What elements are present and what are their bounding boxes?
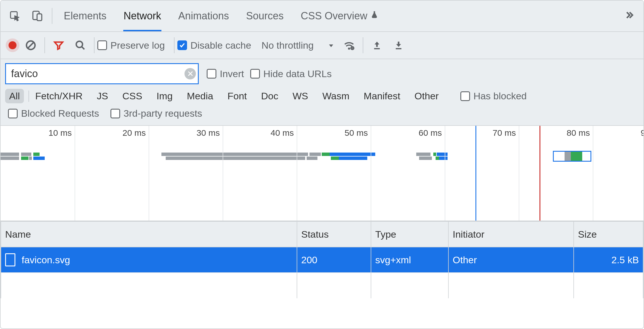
extra-filters: Blocked Requests 3rd-party requests [1, 106, 643, 126]
requests-table: Name Status Type Initiator Size favicon.… [1, 221, 643, 298]
column-header-size[interactable]: Size [574, 221, 643, 247]
third-party-requests-checkbox[interactable]: 3rd-party requests [110, 108, 202, 119]
import-har-icon[interactable] [370, 38, 384, 53]
throttling-label: No throttling [261, 40, 313, 51]
timeline-tick-label: 70 ms [493, 128, 519, 138]
timeline-gridline [371, 126, 371, 221]
cell-size: 2.5 kB [574, 247, 643, 273]
invert-checkbox[interactable]: Invert [207, 68, 244, 79]
timeline-gridline [519, 126, 519, 221]
column-header-name[interactable]: Name [1, 221, 297, 247]
checkbox-icon [207, 69, 216, 79]
checkbox-label: Has blocked [473, 91, 527, 102]
checkbox-label: Disable cache [190, 40, 251, 51]
tab-label: Animations [178, 10, 229, 22]
svg-rect-10 [396, 48, 401, 49]
column-header-type[interactable]: Type [371, 221, 448, 247]
tab-css-overview[interactable]: CSS Overview [292, 1, 387, 31]
checkbox-label: Blocked Requests [21, 108, 99, 119]
timeline-tick-label: 90 ms [641, 128, 643, 138]
preserve-log-checkbox[interactable]: Preserve log [97, 40, 165, 51]
checkbox-icon [8, 109, 18, 118]
filter-chip-all[interactable]: All [5, 89, 24, 103]
tab-label: Elements [64, 10, 106, 22]
record-button[interactable] [9, 41, 17, 49]
svg-line-4 [28, 42, 34, 48]
filter-chip-css[interactable]: CSS [118, 89, 146, 103]
filter-chip-img[interactable]: Img [153, 89, 177, 103]
tab-animations[interactable]: Animations [170, 1, 237, 31]
more-tabs-icon[interactable] [618, 9, 641, 23]
filter-chip-doc[interactable]: Doc [257, 89, 282, 103]
filter-chip-fetch-xhr[interactable]: Fetch/XHR [31, 89, 87, 103]
inspect-element-icon[interactable] [7, 9, 22, 23]
filter-chip-manifest[interactable]: Manifest [360, 89, 404, 103]
search-icon[interactable] [73, 38, 88, 53]
svg-point-7 [348, 48, 349, 49]
checkbox-icon [177, 40, 187, 50]
hide-data-urls-checkbox[interactable]: Hide data URLs [250, 68, 332, 79]
cell-status: 200 [297, 247, 371, 273]
filter-chip-media[interactable]: Media [183, 89, 217, 103]
tab-elements[interactable]: Elements [55, 1, 115, 31]
column-header-status[interactable]: Status [297, 221, 371, 247]
disable-cache-checkbox[interactable]: Disable cache [177, 40, 251, 51]
separator [363, 37, 363, 53]
timeline-gridline [593, 126, 593, 221]
filter-input-container: ✕ [5, 63, 199, 84]
tab-label: Sources [246, 10, 284, 22]
separator [94, 37, 95, 53]
filter-chip-ws[interactable]: WS [288, 89, 312, 103]
timeline-overview[interactable]: 10 ms20 ms30 ms40 ms50 ms60 ms70 ms80 ms… [1, 126, 643, 221]
svg-line-6 [82, 47, 85, 50]
filter-bar: ✕ Invert Hide data URLs [1, 59, 643, 87]
export-har-icon[interactable] [391, 38, 406, 53]
filter-chip-font[interactable]: Font [223, 89, 251, 103]
timeline-tick-label: 30 ms [196, 128, 223, 138]
filter-chip-wasm[interactable]: Wasm [318, 89, 353, 103]
main-tabs: Elements Network Animations Sources CSS … [1, 1, 643, 32]
timeline-gridline [149, 126, 149, 221]
cell-initiator: Other [448, 247, 574, 273]
checkbox-label: Invert [220, 68, 244, 79]
file-icon [5, 253, 15, 266]
timeline-gridline [297, 126, 297, 221]
tab-network[interactable]: Network [115, 1, 170, 31]
filter-input[interactable] [5, 63, 199, 84]
tab-label: CSS Overview [301, 10, 367, 22]
tab-label: Network [124, 10, 161, 22]
throttling-select[interactable]: No throttling [257, 40, 338, 51]
checkbox-icon [460, 91, 470, 101]
load-event-line [540, 126, 540, 221]
experiment-flask-icon [370, 10, 379, 22]
separator [52, 8, 52, 24]
timeline-gridline [75, 126, 75, 221]
table-header-row: Name Status Type Initiator Size [1, 221, 643, 247]
svg-point-5 [76, 41, 83, 48]
network-conditions-icon[interactable] [342, 38, 356, 53]
filter-chip-other[interactable]: Other [411, 89, 443, 103]
dropdown-triangle-icon [328, 40, 334, 51]
timeline-gridline [445, 126, 445, 221]
device-toolbar-icon[interactable] [30, 9, 45, 23]
clear-log-icon[interactable] [23, 38, 38, 53]
resource-type-filters: All Fetch/XHR JS CSS Img Media Font Doc … [1, 87, 643, 106]
checkbox-icon [250, 69, 260, 79]
tab-sources[interactable]: Sources [237, 1, 292, 31]
clear-filter-icon[interactable]: ✕ [184, 68, 196, 79]
blocked-requests-checkbox[interactable]: Blocked Requests [8, 108, 99, 119]
checkbox-icon [110, 109, 120, 118]
filter-chip-js[interactable]: JS [93, 89, 112, 103]
separator [44, 37, 45, 53]
dom-content-loaded-line [475, 126, 476, 221]
has-blocked-cookies-checkbox[interactable]: Has blocked [460, 91, 527, 102]
timeline-tick-label: 50 ms [344, 128, 371, 138]
timeline-tick-label: 40 ms [270, 128, 297, 138]
separator [28, 91, 29, 102]
timeline-gridline [223, 126, 223, 221]
table-row[interactable]: favicon.svg 200 svg+xml Other 2.5 kB [1, 247, 643, 273]
column-header-initiator[interactable]: Initiator [448, 221, 574, 247]
filter-toggle-icon[interactable] [51, 38, 66, 53]
timeline-selection[interactable] [553, 151, 591, 162]
timeline-bars [1, 153, 643, 162]
